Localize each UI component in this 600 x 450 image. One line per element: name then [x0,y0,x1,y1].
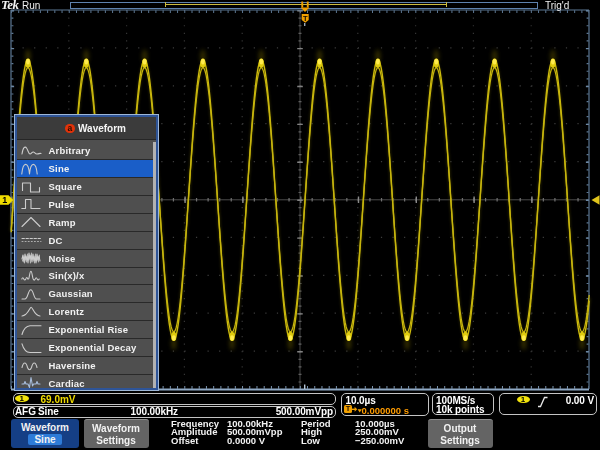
svg-text:T: T [303,14,308,23]
svg-text:1: 1 [2,195,7,205]
